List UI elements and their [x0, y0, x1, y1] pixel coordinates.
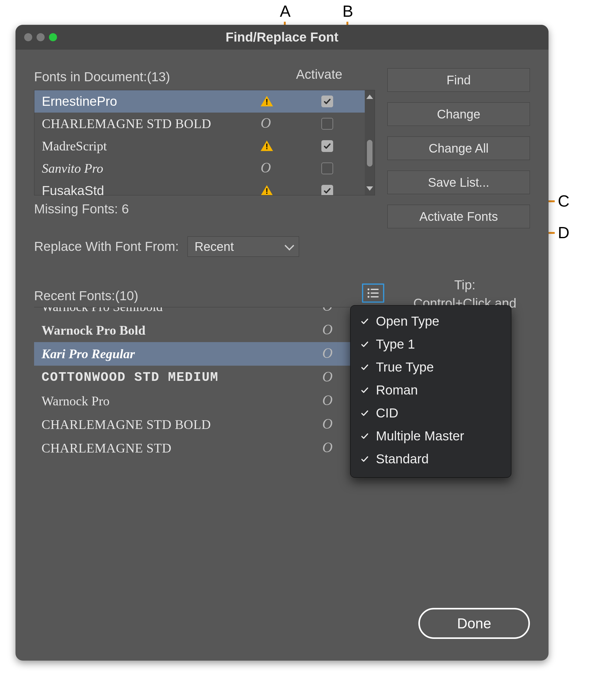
font-row-name: ErnestinePro [34, 94, 261, 109]
fonts-in-document-text: Fonts in Document:(13) [34, 70, 170, 84]
recent-font-name: COTTONWOOD STD MEDIUM [34, 370, 322, 385]
filter-menu-label: Multiple Master [376, 429, 464, 443]
change-all-button[interactable]: Change All [387, 136, 530, 160]
missing-font-warning-icon [261, 140, 304, 152]
recent-font-row[interactable]: Kari Pro RegularO [34, 342, 375, 366]
scrollbar-thumb[interactable] [367, 140, 372, 166]
recent-font-name: Warnock Pro [34, 394, 322, 408]
font-row[interactable]: Sanvito ProO [34, 157, 365, 180]
done-button[interactable]: Done [418, 608, 530, 639]
recent-font-row[interactable]: Warnock Pro SemiboldO [34, 307, 375, 319]
save-list-button[interactable]: Save List... [387, 170, 530, 194]
callout-letter-A: A [280, 2, 291, 21]
callout-letter-D: D [558, 223, 570, 242]
opentype-icon: O [322, 346, 333, 360]
opentype-icon: O [322, 440, 333, 455]
activate-checkbox[interactable] [321, 118, 333, 130]
filter-menu-label: Type 1 [376, 337, 415, 352]
tip-title: Tip: [397, 276, 533, 294]
font-row-name: Sanvito Pro [34, 161, 261, 176]
checkmark-icon [360, 316, 370, 326]
checkmark-icon [360, 362, 370, 372]
recent-font-row[interactable]: Warnock Pro BoldO [34, 319, 375, 342]
font-row[interactable]: CHARLEMAGNE STD BOLDO [34, 113, 365, 135]
zoom-window-button[interactable] [49, 33, 57, 41]
filter-menu-item[interactable]: CID [350, 402, 511, 425]
checkmark-icon [360, 454, 370, 464]
recent-font-row[interactable]: Warnock ProO [34, 389, 375, 413]
checkmark-icon [360, 431, 370, 441]
recent-fonts-list[interactable]: Warnock Pro SemiboldOWarnock Pro BoldOKa… [34, 307, 375, 472]
opentype-icon: O [322, 393, 333, 407]
replace-with-label: Replace With Font From: [34, 239, 179, 254]
filter-menu-item[interactable]: Multiple Master [350, 425, 511, 448]
filter-menu-label: Roman [376, 383, 418, 398]
recent-font-row[interactable]: CHARLEMAGNE STD BOLDO [34, 413, 375, 436]
recent-font-name: Warnock Pro Bold [34, 323, 322, 338]
font-row-name: MadreScript [34, 139, 261, 154]
font-row-name: CHARLEMAGNE STD BOLD [34, 116, 261, 131]
checkmark-icon [360, 408, 370, 418]
titlebar: Find/Replace Font [16, 25, 548, 50]
change-button[interactable]: Change [387, 102, 530, 126]
opentype-icon: O [261, 117, 304, 131]
replace-source-value: Recent [195, 240, 234, 254]
activate-column-header: Activate [293, 67, 345, 82]
fonts-in-document-label: Fonts in Document:(13) [34, 67, 170, 87]
recent-font-row[interactable]: COTTONWOOD STD MEDIUMO [34, 366, 375, 389]
replace-source-select[interactable]: Recent [188, 236, 299, 257]
close-window-button[interactable] [24, 33, 32, 41]
find-replace-font-dialog: Find/Replace Font Fonts in Document:(13)… [16, 25, 548, 661]
scroll-up-arrow[interactable] [366, 93, 373, 99]
recent-font-name: CHARLEMAGNE STD [34, 441, 322, 456]
replace-with-row: Replace With Font From: Recent [34, 236, 299, 257]
callout-letter-C: C [558, 192, 570, 210]
activate-fonts-button[interactable]: Activate Fonts [387, 205, 530, 228]
chevron-down-icon [284, 241, 294, 250]
filter-list-icon [368, 289, 379, 297]
opentype-icon: O [322, 307, 333, 313]
activate-checkbox[interactable] [321, 163, 333, 174]
activate-checkbox[interactable] [321, 185, 333, 195]
traffic-lights [24, 33, 57, 41]
opentype-icon: O [322, 370, 333, 384]
recent-font-name: CHARLEMAGNE STD BOLD [34, 417, 322, 432]
filter-menu-item[interactable]: True Type [350, 356, 511, 379]
recent-font-name: Warnock Pro Semibold [34, 307, 322, 314]
checkmark-icon [360, 339, 370, 349]
minimize-window-button[interactable] [36, 33, 45, 41]
find-button[interactable]: Find [387, 68, 530, 92]
font-row-name: FusakaStd [34, 183, 261, 195]
checkmark-icon [360, 385, 370, 395]
font-type-filter-button[interactable] [362, 284, 384, 303]
fonts-list-scrollbar[interactable] [365, 90, 375, 195]
missing-fonts-label: Missing Fonts: 6 [34, 201, 129, 216]
dialog-title: Find/Replace Font [16, 30, 548, 45]
filter-menu-item[interactable]: Standard [350, 448, 511, 470]
missing-font-warning-icon [261, 95, 304, 108]
opentype-icon: O [322, 417, 333, 431]
filter-menu-item[interactable]: Roman [350, 379, 511, 402]
filter-menu-label: Standard [376, 452, 429, 466]
recent-font-name: Kari Pro Regular [34, 346, 322, 361]
font-row[interactable]: FusakaStd [34, 180, 365, 195]
font-row[interactable]: MadreScript [34, 135, 365, 157]
activate-checkbox[interactable] [321, 96, 333, 107]
font-type-filter-menu[interactable]: Open TypeType 1True TypeRomanCIDMultiple… [350, 305, 511, 478]
missing-font-warning-icon [261, 185, 304, 195]
opentype-icon: O [322, 323, 333, 337]
filter-menu-label: True Type [376, 360, 434, 375]
recent-font-row[interactable]: CHARLEMAGNE STDO [34, 436, 375, 460]
filter-menu-item[interactable]: Type 1 [350, 333, 511, 356]
font-row[interactable]: ErnestinePro [34, 90, 365, 113]
scroll-down-arrow[interactable] [366, 186, 373, 193]
activate-checkbox[interactable] [321, 140, 333, 152]
recent-fonts-label: Recent Fonts:(10) [34, 289, 138, 303]
filter-menu-label: Open Type [376, 314, 440, 329]
filter-menu-label: CID [376, 406, 398, 421]
callout-letter-B: B [342, 2, 353, 21]
fonts-in-document-list[interactable]: ErnestineProCHARLEMAGNE STD BOLDOMadreSc… [34, 90, 375, 195]
action-button-column: Find Change Change All Save List... Acti… [387, 68, 530, 228]
opentype-icon: O [261, 161, 304, 176]
filter-menu-item[interactable]: Open Type [350, 310, 511, 333]
